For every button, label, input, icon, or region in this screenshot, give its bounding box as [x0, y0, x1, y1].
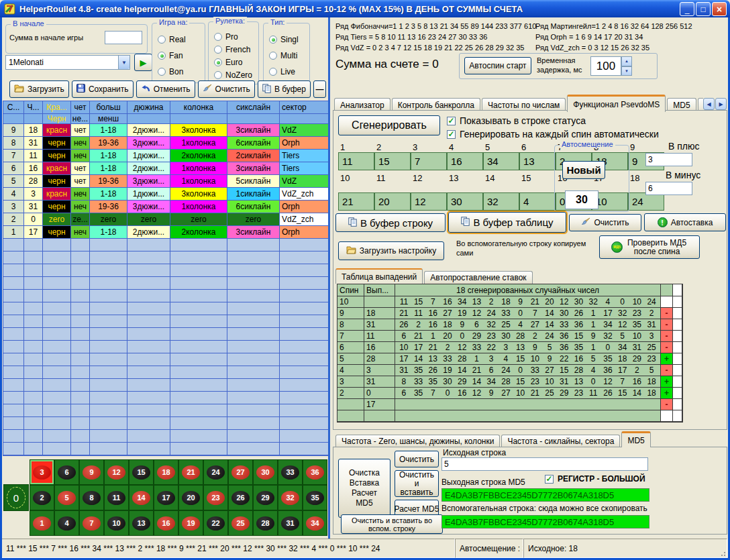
empty-cell — [71, 315, 90, 328]
board-cell-16[interactable]: 16 — [154, 510, 178, 536]
tab-freq-2[interactable]: MD5 — [621, 431, 650, 447]
check-md5-button[interactable]: МД5 Проверить МД5 после спина — [599, 235, 700, 259]
close-button[interactable]: × — [712, 2, 727, 16]
chevron-down-icon[interactable]: ▼ — [118, 56, 129, 69]
checkbox[interactable] — [447, 130, 456, 139]
radio-pro[interactable]: Pro — [214, 30, 257, 43]
board-cell-31[interactable]: 31 — [278, 510, 303, 536]
empty-cell — [43, 417, 71, 430]
tab-freq-1[interactable]: Частота - сиклайны, сектора — [501, 435, 620, 447]
md5-all-in-one-button[interactable]: Очистка Вставка Расчет MD5 — [338, 459, 390, 518]
board-cell-17[interactable]: 17 — [154, 485, 178, 510]
board-cell-18[interactable]: 18 — [154, 459, 178, 485]
board-cell-8[interactable]: 8 — [79, 485, 104, 510]
radio-french[interactable]: French — [214, 43, 257, 56]
empty-cell — [227, 302, 280, 315]
copy-table-button[interactable]: В буфер таблицу — [448, 212, 566, 233]
board-cell-23[interactable]: 23 — [203, 485, 228, 510]
board-cell-25[interactable]: 25 — [228, 510, 253, 536]
start-sum-input[interactable] — [105, 31, 142, 44]
board-cell-11[interactable]: 11 — [104, 485, 129, 510]
board-cell-4[interactable]: 4 — [54, 510, 79, 536]
board-cell-12[interactable]: 12 — [104, 459, 129, 485]
board-cell-29[interactable]: 29 — [253, 485, 278, 510]
num: 36 — [572, 320, 586, 329]
board-cell-zero[interactable]: 0 — [3, 484, 29, 511]
tab-spins-1[interactable]: Автопроставление ставок — [424, 271, 532, 284]
checkbox[interactable] — [545, 475, 554, 484]
spin-up-icon[interactable]: ▲ — [621, 56, 632, 66]
radio-nozero[interactable]: NoZero — [214, 68, 257, 81]
spin-number: 3 — [337, 376, 364, 388]
radio-fan[interactable]: Fan — [158, 48, 203, 64]
generate-button[interactable]: Сгенерировать — [338, 115, 440, 135]
delay-value[interactable]: 100 — [590, 56, 621, 76]
maximize-button[interactable]: □ — [696, 2, 711, 16]
md5-clear-paste-button[interactable]: Очистить и вставить — [395, 470, 439, 497]
plus-input[interactable] — [645, 153, 692, 166]
scroll-left-icon[interactable]: ◀ — [703, 98, 715, 110]
to-clipboard-button[interactable]: В буфер — [258, 80, 311, 98]
board-cell-9[interactable]: 9 — [79, 459, 104, 485]
radio-bon[interactable]: Bon — [158, 64, 203, 80]
board-cell-36[interactable]: 36 — [303, 459, 327, 485]
new-button[interactable]: Новый — [562, 161, 605, 179]
md5-clear-paste-aux-button[interactable]: Очистить и вставить во вспом. строку — [341, 514, 443, 534]
board-cell-1[interactable]: 1 — [30, 510, 54, 536]
board-cell-35[interactable]: 35 — [303, 485, 327, 510]
empty-cell — [170, 430, 227, 443]
board-cell-30[interactable]: 30 — [253, 459, 278, 485]
copy-row-button[interactable]: В буфер строку — [335, 213, 446, 232]
resize-grip[interactable] — [719, 550, 726, 557]
autoshift-value[interactable]: 30 — [565, 190, 598, 209]
radio-multi[interactable]: Multi — [269, 48, 308, 64]
source-string-input[interactable] — [441, 457, 648, 471]
collapse-button[interactable]: — — [313, 80, 326, 98]
board-cell-7[interactable]: 7 — [79, 510, 104, 536]
clear-generated-button[interactable]: Очистить — [569, 214, 641, 231]
checkbox[interactable] — [447, 117, 456, 125]
radio-live[interactable]: Live — [269, 64, 308, 80]
board-cell-6[interactable]: 6 — [54, 459, 79, 485]
spin-down-icon[interactable]: ▼ — [621, 66, 632, 76]
tab-main-3[interactable]: Функционал PsevdoMS — [567, 95, 666, 112]
play-button[interactable]: ▶ — [134, 54, 152, 71]
board-cell-13[interactable]: 13 — [129, 510, 154, 536]
board-cell-28[interactable]: 28 — [253, 510, 278, 536]
board-cell-20[interactable]: 20 — [178, 485, 203, 510]
save-button[interactable]: Сохранить — [72, 80, 134, 98]
board-cell-5[interactable]: 5 — [54, 485, 79, 510]
button-label: Очистить — [215, 85, 250, 94]
num: 0 — [455, 331, 470, 341]
board-cell-14[interactable]: 14 — [129, 485, 154, 510]
minimize-button[interactable]: _ — [680, 2, 694, 16]
board-cell-33[interactable]: 33 — [278, 459, 303, 485]
board-cell-24[interactable]: 24 — [203, 459, 228, 485]
undo-button[interactable]: Отменить — [136, 80, 195, 98]
radio-singl[interactable]: Singl — [269, 32, 308, 48]
board-cell-34[interactable]: 34 — [303, 510, 327, 536]
autospin-start-button[interactable]: Автоспин старт — [464, 57, 531, 74]
tab-spins-0[interactable]: Таблица выпадений — [335, 268, 423, 284]
profile-combobox[interactable]: 1Melonati ▼ — [5, 55, 130, 70]
md5-clear-button[interactable]: Очистить — [395, 451, 439, 467]
load-settings-button[interactable]: Загрузить настройку — [338, 241, 444, 260]
board-cell-2[interactable]: 2 — [30, 485, 54, 510]
autobet-button[interactable]: ! Автоставка — [644, 213, 726, 231]
board-cell-27[interactable]: 27 — [228, 459, 253, 485]
board-cell-26[interactable]: 26 — [228, 485, 253, 510]
clear-button[interactable]: Очистить — [198, 80, 255, 98]
board-cell-10[interactable]: 10 — [104, 510, 129, 536]
board-cell-19[interactable]: 19 — [178, 510, 203, 536]
tab-freq-0[interactable]: Частота - Zero, шансы, дюжины, колонки — [335, 435, 500, 447]
board-cell-32[interactable]: 32 — [278, 485, 303, 510]
radio-real[interactable]: Real — [158, 32, 203, 48]
radio-euro[interactable]: Euro — [214, 56, 257, 68]
board-cell-21[interactable]: 21 — [178, 459, 203, 485]
board-cell-22[interactable]: 22 — [203, 510, 228, 536]
board-cell-15[interactable]: 15 — [129, 459, 154, 485]
minus-input[interactable] — [645, 182, 692, 195]
scroll-right-icon[interactable]: ▶ — [715, 98, 727, 110]
board-cell-3[interactable]: 3 — [30, 459, 54, 485]
load-button[interactable]: Загрузить — [9, 80, 69, 98]
